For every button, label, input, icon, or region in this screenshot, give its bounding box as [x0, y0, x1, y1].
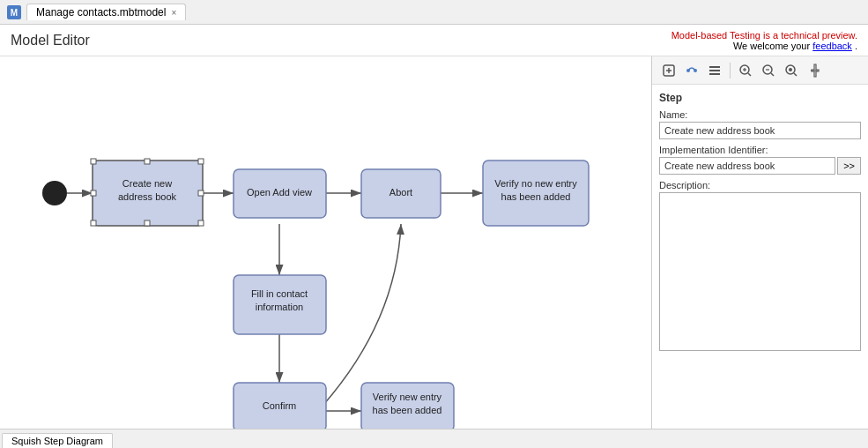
- arrow-confirm-abort: [323, 224, 401, 405]
- svg-text:address book: address book: [118, 191, 177, 202]
- handle-bm[interactable]: [145, 220, 150, 226]
- add-link-button[interactable]: [682, 61, 701, 80]
- hand-tool-button[interactable]: [805, 61, 824, 80]
- svg-line-13: [748, 73, 751, 76]
- diagram-svg: Create new address book Open Add view: [0, 56, 617, 429]
- app-icon: M: [7, 5, 21, 19]
- header: Model Editor Model-based Testing is a te…: [0, 25, 868, 56]
- properties-button[interactable]: [705, 61, 724, 80]
- handle-mr[interactable]: [198, 190, 204, 196]
- name-label: Name:: [659, 109, 861, 120]
- handle-tl[interactable]: [91, 159, 96, 164]
- desc-textarea[interactable]: [659, 192, 861, 351]
- bottom-tabs: Squish Step Diagram: [0, 429, 868, 448]
- impl-label: Implementation Identifier:: [659, 145, 861, 155]
- handle-bl[interactable]: [91, 220, 96, 226]
- impl-browse-button[interactable]: >>: [837, 157, 861, 175]
- content-area: Create new address book Open Add view: [0, 56, 868, 429]
- svg-text:M: M: [11, 8, 18, 18]
- handle-br[interactable]: [198, 220, 204, 226]
- title-bar: M Manage contacts.mbtmodel ×: [0, 0, 868, 25]
- tab-label: Manage contacts.mbtmodel: [36, 6, 166, 19]
- info-text-line2: We welcome your feedback .: [733, 41, 857, 51]
- app-body: Model Editor Model-based Testing is a te…: [0, 25, 868, 448]
- diagram-area: Create new address book Open Add view: [0, 56, 652, 429]
- handle-tr[interactable]: [198, 159, 204, 164]
- header-info: Model-based Testing is a technical previ…: [671, 30, 857, 51]
- properties-section-title: Step: [659, 92, 861, 104]
- svg-rect-10: [709, 70, 720, 71]
- diagram-canvas[interactable]: Create new address book Open Add view: [0, 56, 651, 429]
- initial-state: [42, 181, 67, 205]
- document-tab[interactable]: Manage contacts.mbtmodel ×: [26, 4, 186, 20]
- zoom-fit-button[interactable]: [782, 61, 801, 80]
- node-open-add-text: Open Add view: [247, 187, 312, 198]
- properties-content: Step Name: Implementation Identifier: >>…: [652, 85, 868, 429]
- node-verify-no-text2: has been added: [501, 191, 571, 202]
- desc-label: Description:: [659, 180, 861, 190]
- properties-panel: Step Name: Implementation Identifier: >>…: [652, 56, 868, 429]
- page-title: Model Editor: [11, 33, 90, 49]
- svg-point-8: [694, 69, 697, 72]
- impl-row: >>: [659, 157, 861, 175]
- tab-close-icon[interactable]: ×: [171, 8, 176, 18]
- svg-point-7: [686, 69, 690, 72]
- handle-ml[interactable]: [91, 190, 96, 196]
- node-verify-yes-text2: has been added: [373, 405, 442, 415]
- zoom-out-button[interactable]: [759, 61, 778, 80]
- handle-tm[interactable]: [145, 159, 150, 164]
- svg-point-21: [789, 68, 792, 71]
- zoom-in-button[interactable]: [736, 61, 755, 80]
- svg-line-17: [771, 73, 774, 76]
- node-verify-no-text1: Verify no new entry: [494, 178, 577, 189]
- node-fill-text1: Fill in contact: [251, 288, 308, 299]
- properties-toolbar: [652, 56, 868, 85]
- feedback-link[interactable]: feedback: [812, 41, 852, 51]
- node-abort-text: Abort: [389, 187, 412, 198]
- svg-rect-9: [709, 66, 720, 68]
- info-text-line1: Model-based Testing is a technical previ…: [671, 30, 857, 41]
- name-input[interactable]: [659, 122, 861, 139]
- add-node-button[interactable]: [659, 61, 679, 80]
- svg-line-20: [794, 73, 797, 76]
- squish-step-diagram-tab[interactable]: Squish Step Diagram: [2, 433, 113, 448]
- node-fill-text2: information: [256, 302, 303, 312]
- svg-rect-11: [709, 73, 720, 75]
- impl-input[interactable]: [659, 157, 835, 175]
- toolbar-sep: [730, 63, 731, 78]
- node-confirm-text: Confirm: [263, 400, 297, 411]
- node-verify-yes-text1: Verify new entry: [373, 392, 442, 402]
- node-create-text: Create new: [122, 178, 172, 189]
